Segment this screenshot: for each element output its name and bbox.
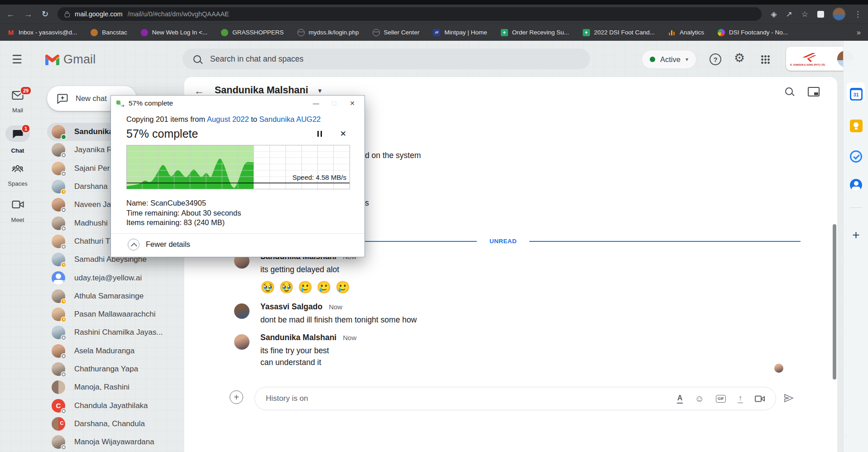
fewer-details-button[interactable]: Fewer details	[126, 234, 349, 250]
bookmark-item[interactable]: mydss.lk/login.php	[297, 29, 359, 36]
send-icon[interactable]	[783, 393, 795, 405]
chat-list-item[interactable]: Athula Samarasinge	[47, 287, 184, 305]
back-icon[interactable]: ←	[6, 10, 15, 19]
sheet-icon	[583, 29, 590, 36]
message-input[interactable]: History is on A ☺ GIF ↑	[254, 387, 776, 410]
chevron-up-icon	[128, 239, 139, 250]
share-icon[interactable]: ↗	[786, 10, 792, 18]
keep-icon[interactable]	[844, 120, 868, 132]
bookmark-label: DSI Footcandy - No...	[729, 29, 788, 36]
compose-add-button[interactable]: +	[230, 390, 243, 404]
chat-list-item[interactable]: Darshana, Chandula	[47, 415, 184, 433]
cancel-button[interactable]: ✕	[340, 129, 346, 139]
bookmark-star-icon[interactable]: ☆	[801, 10, 808, 18]
scrollbar-thumb[interactable]	[833, 224, 836, 380]
calendar-icon[interactable]: 31	[844, 88, 868, 101]
dot-icon	[221, 29, 228, 36]
chat-name: Darshana, Chandula	[74, 419, 145, 428]
bookmark-item[interactable]: New Web Log In <...	[141, 29, 207, 36]
bookmarks-bar: MInbox - yasasvis@d...BancstacNew Web Lo…	[0, 24, 868, 41]
chat-list-item[interactable]: Pasan Mallawaarachchi	[47, 305, 184, 323]
bookmark-item[interactable]: ///Mintpay | Home	[433, 29, 487, 36]
chat-list-item[interactable]: uday.teja@yellow.ai	[47, 269, 184, 287]
spaces-icon[interactable]	[0, 164, 35, 174]
browser-profile-avatar[interactable]	[833, 8, 845, 20]
sidebar-item-meet[interactable]: Meet	[0, 216, 35, 223]
close-icon[interactable]: ✕	[345, 100, 359, 107]
chat-list-item[interactable]: Chathuranga Yapa	[47, 360, 184, 378]
message-author: Yasasvi Salgado	[260, 302, 322, 312]
presence-online-icon	[61, 134, 67, 140]
gmail-page: ☰ Gmail Search in chat and spaces Active…	[0, 41, 868, 452]
reload-icon[interactable]: ↻	[42, 10, 48, 18]
menu-dots-icon[interactable]: ⋮	[854, 10, 862, 18]
chevron-down-icon[interactable]: ▼	[317, 87, 323, 94]
chat-list-item[interactable]: CChandula Jayathilaka	[47, 396, 184, 414]
gif-icon[interactable]: GIF	[716, 395, 726, 403]
status-label: Active	[660, 55, 681, 64]
minimize-icon[interactable]: —	[309, 100, 323, 107]
conversation-search-icon[interactable]	[785, 87, 793, 95]
forward-icon[interactable]: →	[24, 10, 33, 19]
get-addons-plus-icon[interactable]: +	[844, 229, 868, 241]
copy-source-link[interactable]: August 2022	[207, 115, 249, 123]
transfer-name: Name: ScanCube34905	[126, 198, 349, 208]
bookmark-item[interactable]: Order Receving Su...	[501, 29, 569, 36]
bookmarks-overflow-chevron[interactable]: »	[857, 29, 861, 37]
message-emoji: 🥹🥹🥲🥲🥲	[260, 279, 356, 295]
chat-list-item[interactable]: Manoja Wijayawardana	[47, 433, 184, 451]
avatar	[234, 303, 249, 319]
settings-gear-icon[interactable]: ⚙	[734, 52, 745, 64]
calendar-day: 31	[851, 90, 861, 99]
copy-dest-link[interactable]: Sandunika AUG22	[259, 115, 321, 123]
chat-name: Darshana	[74, 182, 108, 191]
sidebar-item-spaces[interactable]: Spaces	[0, 180, 35, 187]
chat-icon[interactable]	[0, 130, 35, 139]
google-apps-grid-icon[interactable]	[761, 55, 770, 64]
bookmark-item[interactable]: GRASSHOPPERS	[221, 29, 283, 36]
extension-icon[interactable]: ◈	[771, 10, 777, 18]
upload-icon[interactable]: ↑	[738, 394, 743, 403]
video-camera-icon[interactable]	[755, 395, 765, 402]
sidebar-item-chat[interactable]: Chat	[0, 147, 35, 154]
avatar	[52, 308, 65, 321]
file-copy-dialog[interactable]: 57% complete — □ ✕ Copying 201 items fro…	[110, 95, 365, 257]
format-text-icon[interactable]: A	[677, 394, 683, 404]
dialog-title-bar[interactable]: 57% complete — □ ✕	[111, 96, 364, 111]
chat-name: Athula Samarasinge	[74, 292, 144, 301]
meet-icon[interactable]	[0, 200, 35, 209]
tasks-icon[interactable]	[844, 150, 868, 163]
open-in-window-icon[interactable]	[808, 87, 820, 96]
emoji-icon[interactable]: ☺	[695, 394, 704, 404]
avatar	[52, 143, 65, 157]
copy-prefix: Copying 201 items from	[126, 115, 207, 123]
bookmark-label: Order Receving Su...	[512, 29, 569, 36]
bookmark-item[interactable]: Bancstac	[91, 29, 127, 36]
sheet-icon	[501, 29, 508, 36]
contacts-icon[interactable]	[844, 179, 868, 191]
bookmark-item[interactable]: Seller Center	[373, 29, 420, 36]
pause-button[interactable]	[317, 131, 322, 137]
search-bar[interactable]: Search in chat and spaces	[182, 48, 590, 69]
avatar: C	[52, 399, 65, 413]
chat-list-item[interactable]: Manoja, Rashini	[47, 378, 184, 396]
copy-files-icon	[116, 100, 124, 107]
bookmark-item[interactable]: Analytics	[668, 29, 704, 36]
chat-name: Sajani Per	[74, 164, 110, 173]
bookmark-item[interactable]: DSI Footcandy - No...	[718, 29, 788, 36]
url-bar[interactable]: mail.google.com /mail/u/0/#chat/dm/w0vgh…	[58, 7, 762, 21]
main-menu-icon[interactable]: ☰	[12, 53, 22, 67]
bookmark-label: 2022 DSI Foot Cand...	[594, 29, 655, 36]
bookmark-item[interactable]: 2022 DSI Foot Cand...	[583, 29, 655, 36]
chat-name: Rashini Chamilka Jayas...	[74, 328, 163, 337]
avatar	[52, 253, 65, 266]
chat-list-item[interactable]: Asela Maduranga	[47, 342, 184, 360]
bookmark-item[interactable]: MInbox - yasasvis@d...	[7, 29, 77, 36]
status-selector[interactable]: Active ▾	[642, 50, 696, 68]
chat-list-item[interactable]: Rashini Chamilka Jayas...	[47, 323, 184, 341]
globe-icon	[297, 29, 305, 36]
help-icon[interactable]: ?	[710, 53, 721, 65]
sidebar-item-mail[interactable]: Mail	[0, 107, 35, 114]
side-panel-icon[interactable]	[817, 11, 824, 18]
bookmark-label: Analytics	[680, 29, 704, 36]
